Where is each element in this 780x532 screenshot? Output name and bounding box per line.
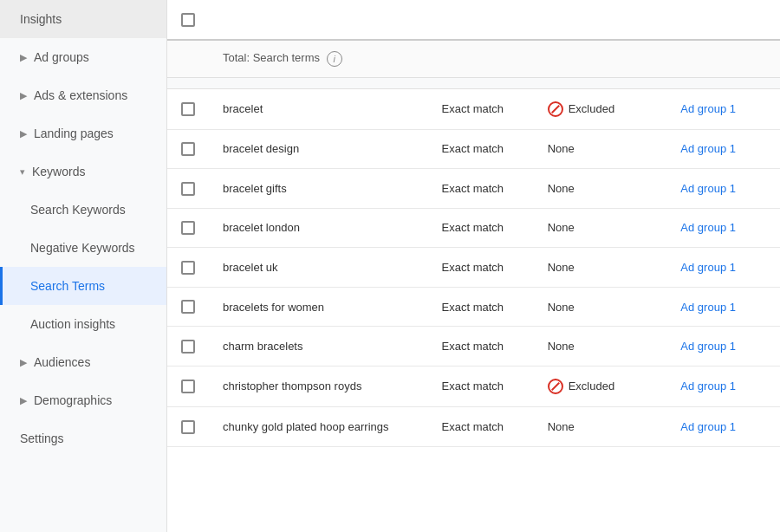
ad-group-link[interactable]: Ad group 1 — [680, 261, 736, 274]
main-content: Total: Search terms i braceletExact matc… — [167, 0, 780, 532]
status-value: None — [548, 301, 575, 314]
row-checkbox-cell — [167, 406, 209, 446]
search-term-cell: bracelet uk — [209, 248, 428, 288]
match-type-cell: Exact match — [428, 287, 534, 327]
ad-group-cell: Ad group 1 — [666, 248, 780, 288]
row-checkbox[interactable] — [181, 420, 195, 434]
match-type-cell: Exact match — [428, 366, 534, 406]
search-term-cell: bracelet design — [209, 129, 428, 169]
row-checkbox[interactable] — [181, 340, 195, 354]
header-checkbox-col — [167, 0, 209, 40]
total-label-cell: Total: Search terms i — [209, 40, 780, 78]
sidebar-item-keywords[interactable]: ▾Keywords — [0, 152, 166, 191]
info-icon[interactable]: i — [327, 51, 342, 67]
match-type-cell: Exact match — [428, 327, 534, 367]
search-term-cell: christopher thompson royds — [209, 366, 428, 406]
row-checkbox-cell — [167, 169, 209, 209]
search-term-cell: chunky gold plated hoop earrings — [209, 406, 428, 446]
row-checkbox[interactable] — [181, 102, 195, 116]
match-type-value: Exact match — [442, 102, 504, 115]
search-term-cell: bracelet — [209, 88, 428, 129]
select-all-checkbox[interactable] — [181, 13, 195, 27]
match-type-value: Exact match — [442, 221, 504, 234]
status-cell: Excluded — [534, 88, 667, 129]
match-type-cell: Exact match — [428, 406, 534, 446]
ad-group-link[interactable]: Ad group 1 — [680, 380, 736, 393]
ad-group-link[interactable]: Ad group 1 — [680, 102, 736, 115]
match-type-value: Exact match — [442, 301, 504, 314]
table-row: bracelets for womenExact matchNoneAd gro… — [167, 287, 780, 327]
ad-group-link[interactable]: Ad group 1 — [680, 142, 736, 155]
sidebar-item-insights[interactable]: Insights — [0, 0, 166, 38]
sidebar-item-negative-keywords[interactable]: Negative Keywords — [0, 229, 166, 267]
sidebar-item-settings[interactable]: Settings — [0, 419, 166, 457]
ad-group-link[interactable]: Ad group 1 — [680, 420, 736, 433]
search-term-value: bracelets for women — [223, 301, 324, 314]
sidebar-item-label: Ads & extensions — [34, 88, 127, 102]
row-checkbox[interactable] — [181, 261, 195, 275]
search-term-value: bracelet gifts — [223, 182, 287, 195]
row-checkbox-cell — [167, 366, 209, 406]
search-term-cell: bracelet london — [209, 208, 428, 248]
row-checkbox[interactable] — [181, 300, 195, 314]
search-term-cell: charm bracelets — [209, 327, 428, 367]
match-type-value: Exact match — [442, 420, 504, 433]
status-cell: None — [534, 208, 667, 248]
ad-group-link[interactable]: Ad group 1 — [680, 182, 736, 195]
no-sign-icon — [548, 101, 563, 117]
separator-row — [167, 77, 780, 88]
sidebar-item-auction-insights[interactable]: Auction insights — [0, 305, 166, 343]
table-row: chunky gold plated hoop earringsExact ma… — [167, 406, 780, 446]
search-term-value: bracelet london — [223, 221, 300, 234]
sidebar-item-ads-extensions[interactable]: ▶Ads & extensions — [0, 76, 166, 114]
row-checkbox[interactable] — [181, 221, 195, 235]
chevron-right-icon: ▶ — [20, 90, 27, 101]
search-term-value: bracelet design — [223, 142, 299, 155]
search-term-value: bracelet — [223, 102, 263, 115]
row-checkbox[interactable] — [181, 380, 195, 393]
ad-group-link[interactable]: Ad group 1 — [680, 340, 736, 353]
ad-group-cell: Ad group 1 — [666, 129, 780, 169]
ad-group-cell: Ad group 1 — [666, 406, 780, 446]
ad-group-cell: Ad group 1 — [666, 169, 780, 209]
status-value: None — [548, 182, 575, 195]
row-checkbox[interactable] — [181, 142, 195, 156]
status-cell: None — [534, 169, 667, 209]
total-label: Total: Search terms — [223, 51, 320, 64]
status-value: None — [548, 261, 575, 274]
sidebar-item-audiences[interactable]: ▶Audiences — [0, 343, 166, 381]
status-cell: None — [534, 248, 667, 288]
chevron-right-icon: ▶ — [20, 357, 27, 368]
sidebar-item-ad-groups[interactable]: ▶Ad groups — [0, 38, 166, 76]
sidebar-item-landing-pages[interactable]: ▶Landing pages — [0, 114, 166, 152]
ad-group-cell: Ad group 1 — [666, 366, 780, 406]
match-type-cell: Exact match — [428, 248, 534, 288]
sidebar-item-label: Keywords — [32, 165, 85, 178]
sidebar-item-demographics[interactable]: ▶Demographics — [0, 381, 166, 419]
header-match-type — [428, 0, 534, 40]
ad-group-link[interactable]: Ad group 1 — [680, 221, 736, 234]
total-row: Total: Search terms i — [167, 40, 780, 78]
ad-group-cell: Ad group 1 — [666, 208, 780, 248]
table-row: charm braceletsExact matchNoneAd group 1 — [167, 327, 780, 367]
sidebar-item-search-terms[interactable]: Search Terms — [0, 267, 166, 305]
status-cell: None — [534, 129, 667, 169]
header-search-term — [209, 0, 428, 40]
chevron-down-icon: ▾ — [20, 166, 25, 178]
row-checkbox[interactable] — [181, 182, 195, 196]
ad-group-link[interactable]: Ad group 1 — [680, 301, 736, 314]
excluded-cell: Excluded — [548, 101, 653, 117]
search-term-value: chunky gold plated hoop earrings — [223, 420, 389, 433]
header-added-excluded — [534, 0, 667, 40]
sidebar-item-search-keywords[interactable]: Search Keywords — [0, 191, 166, 229]
row-checkbox-cell — [167, 248, 209, 288]
ad-group-cell: Ad group 1 — [666, 88, 780, 129]
no-sign-icon — [548, 379, 563, 394]
table-row: bracelet ukExact matchNoneAd group 1 — [167, 248, 780, 288]
row-checkbox-cell — [167, 327, 209, 367]
row-checkbox-cell — [167, 88, 209, 129]
match-type-cell: Exact match — [428, 169, 534, 209]
match-type-cell: Exact match — [428, 88, 534, 129]
status-cell: Excluded — [534, 366, 667, 406]
search-term-value: bracelet uk — [223, 261, 278, 274]
